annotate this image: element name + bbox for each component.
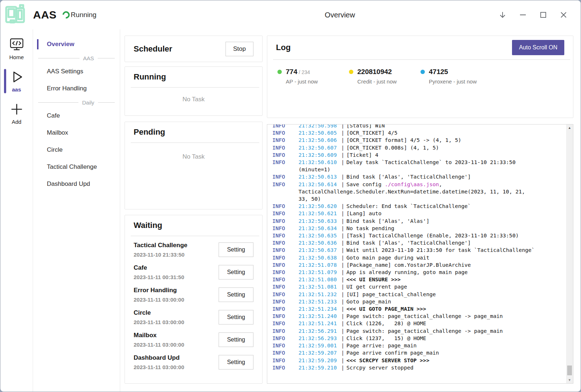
sidebar-item-label: Overview [47,41,74,48]
log-line: INFO21:32:51.079|App is already running,… [272,269,566,276]
log-separator: | [339,210,346,217]
log-level: INFO [272,225,298,232]
log-path-highlight: ./config\aas.json [385,181,439,187]
pending-card: Pending No Task [125,122,263,209]
rail-item-aas[interactable]: aas [0,70,33,93]
check-update-button[interactable] [495,7,510,23]
scrollbar-thumb[interactable] [567,366,572,375]
log-separator: | [339,217,346,225]
plus-icon [9,102,24,117]
scroll-down-icon[interactable]: ▼ [566,377,573,383]
setting-button[interactable]: Setting [219,242,253,257]
sidebar-item[interactable]: AAS [33,54,120,62]
log-line: INFO21:32:59.001|Page arrive: page_main [272,342,566,349]
log-separator: | [339,173,346,180]
scroll-up-icon[interactable]: ▲ [566,124,573,131]
pending-title: Pending [134,127,165,137]
app-name: AAS [33,9,57,21]
close-button[interactable] [556,7,571,23]
log-timestamp: 21:32:51.079 [298,269,339,276]
stat-dot-icon [420,70,425,74]
log-level: INFO [272,232,298,239]
log-separator: | [339,305,346,313]
log-timestamp: 21:32:51.232 [298,291,339,298]
log-timestamp: 21:32:50.607 [298,144,339,151]
sidebar-item[interactable]: Circle [33,143,120,157]
waiting-task-date: 2023-11-10 21:33:50 [134,252,187,258]
rail-item-add[interactable]: Add [0,102,33,125]
sidebar-item[interactable]: Overview [33,37,120,51]
maximize-button[interactable] [536,7,551,23]
sidebar-item[interactable]: Dashboard Upd [33,177,120,191]
stat-label: Credit - just now [357,78,397,85]
log-timestamp: 21:32:56.293 [298,335,339,342]
log-separator: | [339,239,346,246]
minimize-button[interactable] [515,7,531,23]
log-line: INFO21:32:50.637|Wait until 2023-11-10 2… [272,246,566,254]
sidebar-item[interactable]: Cafe [33,109,120,123]
log-message: [OCR_TICKET 0.008s] (4, 1, 5) [346,144,566,151]
log-level: INFO [272,246,298,254]
waiting-task-row: Circle 2023-11-11 03:00:00 Setting [134,306,253,328]
log-timestamp: 21:32:50.636 [298,239,339,246]
log-timestamp: 21:32:50.598 [298,124,339,129]
log-line: INFO21:32:50.605|[OCR_TICKET] 4/5 [272,129,566,136]
setting-button[interactable]: Setting [219,310,253,324]
log-line: INFO21:32:50.609|[Ticket] 4 [272,151,566,159]
log-message: TacticalChallenge.Scheduler.NextRun=date… [298,188,566,195]
sidebar-item[interactable]: AAS Settings [33,65,120,78]
log-timestamp: 21:32:51.080 [298,276,339,283]
log-line: INFO21:32:51.234|<<< UI GOTO PAGE_MAIN >… [272,305,566,313]
setting-button[interactable]: Setting [219,332,253,347]
log-line: INFO21:32:50.634|No task pending [272,225,566,232]
sidebar-item[interactable]: Tactical Challenge [33,160,120,174]
stat-dot-icon [349,70,353,74]
setting-button[interactable]: Setting [219,355,253,369]
log-timestamp: 21:32:50.633 [298,217,339,225]
waiting-task-name: Mailbox [134,332,184,339]
log-message: Scheduler: End task `TacticalChallenge` [346,203,566,210]
stat-dot-icon [277,70,282,74]
log-timestamp: 21:32:59.207 [298,349,339,356]
log-level: INFO [272,357,298,364]
rail-item-home[interactable]: Home [0,37,33,60]
stop-button[interactable]: Stop [226,42,253,56]
stat-item: 47125 Pyroxene - just now [420,68,492,85]
log-output: INFO21:32:50.598|[Status] WININFO21:32:5… [267,124,566,383]
rail-label: Add [12,119,21,125]
log-message: Save config ./config\aas.json, [346,181,566,188]
log-separator: | [339,129,346,136]
close-icon [560,11,568,19]
log-timestamp: 21:32:50.637 [298,246,339,254]
log-scrollbar[interactable]: ▲ ▼ [566,124,573,383]
waiting-task-date: 2023-11-11 03:00:00 [134,342,184,348]
log-separator: | [339,124,346,129]
sidebar-item[interactable]: Daily [33,99,120,106]
log-separator: | [339,254,346,261]
dashboard-stats: 774/ 234 AP - just now 220810942 Credit … [267,60,573,93]
log-level: INFO [272,342,298,349]
log-level: INFO [272,144,298,151]
stat-item: 220810942 Credit - just now [349,68,420,85]
app-window: AAS Running Overview Home [0,0,581,392]
running-empty-text: No Task [125,88,262,115]
sidebar-item[interactable]: Mailbox [33,126,120,140]
setting-button[interactable]: Setting [219,265,253,279]
log-message: <<< UI ENSURE >>> [346,276,566,283]
setting-button[interactable]: Setting [219,287,253,302]
waiting-task-row: Tactical Challenge 2023-11-10 21:33:50 S… [134,238,253,261]
log-timestamp: 21:32:50.610 [298,159,339,166]
log-message: Wait until 2023-11-10 21:33:50 for task … [346,246,566,254]
log-line: INFO21:32:50.613|Bind task ['Alas', 'Tac… [272,173,566,180]
log-line: INFO21:32:51.081|UI get current page [272,283,566,290]
log-message: Bind task ['Alas', 'Alas'] [346,217,566,225]
log-line: INFO21:32:50.620|Scheduler: End task `Ta… [272,203,566,210]
log-separator: | [339,181,346,188]
waiting-title: Waiting [134,221,162,230]
log-timestamp: 21:32:50.609 [298,151,339,159]
log-message: [Status] WIN [346,124,566,129]
rail-label: aas [12,86,21,93]
sidebar-item[interactable]: Error Handling [33,82,120,95]
auto-scroll-button[interactable]: Auto Scroll ON [512,40,564,55]
log-separator: | [339,342,346,349]
